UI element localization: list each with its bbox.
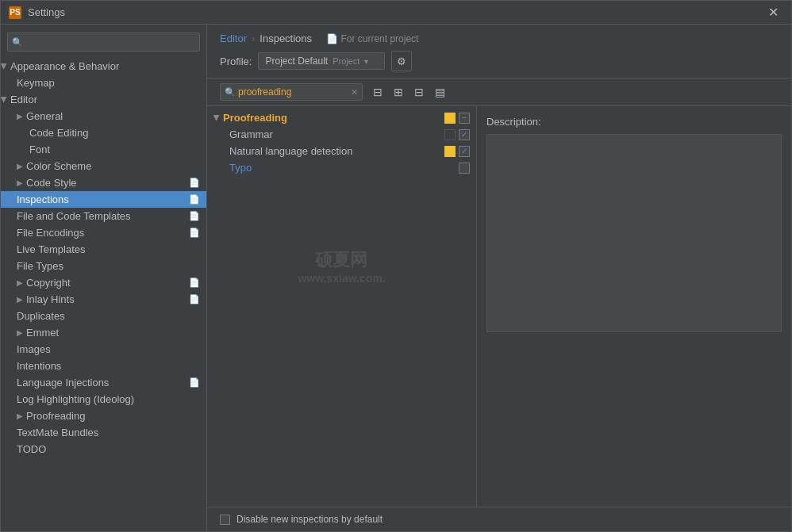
severity-color-box [444,113,456,124]
sidebar-item-language-injections[interactable]: Language Injections 📄 [1,374,206,391]
sidebar-item-images[interactable]: Images [1,341,206,358]
arrow-icon: ▶ [17,112,23,121]
sidebar-item-color-scheme[interactable]: ▶ Color Scheme [1,158,206,174]
dropdown-arrow-icon: ▾ [364,57,368,66]
sidebar-item-label: General [26,110,63,122]
page-icon: 📄 [189,194,200,205]
sidebar-item-intentions[interactable]: Intentions [1,358,206,374]
for-current-project-link[interactable]: 📄 For current project [326,33,418,44]
sidebar-item-label: Inspections [17,193,69,205]
profile-dropdown[interactable]: Project Default Project ▾ [258,52,385,70]
sidebar-item-proofreading[interactable]: ▶ Proofreading [1,408,206,424]
collapse-all-button[interactable]: ⊟ [410,83,428,101]
sidebar-item-label: Keymap [17,77,55,89]
sidebar-search-box[interactable]: 🔍 [7,33,200,52]
sidebar-item-keymap[interactable]: Keymap [1,75,206,91]
sidebar-item-label: Log Highlighting (Ideolog) [17,393,134,405]
disable-inspections-checkbox[interactable] [220,515,230,525]
panel-header: Editor › Inspections 📄 For current proje… [207,25,791,78]
sidebar-item-label: Color Scheme [26,160,91,172]
profile-label: Profile: [220,55,252,67]
tree-item-natural-language[interactable]: Natural language detection [207,143,476,159]
sidebar-item-code-editing[interactable]: Code Editing [1,124,206,141]
arrow-icon: ▶ [17,411,23,420]
clear-search-icon[interactable]: ✕ [351,87,358,98]
sidebar-item-copyright[interactable]: ▶ Copyright 📄 [1,274,206,291]
gear-icon: ⚙ [397,55,406,67]
tree-item-proofreading[interactable]: ▶ Proofreading [207,109,476,126]
arrow-icon: ▶ [1,63,9,70]
expand-all-button[interactable]: ⊞ [390,83,407,101]
toolbar-search-box: 🔍 ✕ [220,83,363,101]
sidebar-item-inspections[interactable]: Inspections 📄 [1,191,206,208]
sidebar-item-appearance[interactable]: ▶ Appearance & Behavior [1,58,206,75]
sidebar-search-input[interactable] [7,33,200,52]
check-box[interactable] [459,163,470,174]
panel-footer: Disable new inspections by default [207,507,791,531]
sidebar-item-file-code-templates[interactable]: File and Code Templates 📄 [1,208,206,224]
arrow-icon: ▶ [17,278,23,287]
description-box [486,134,782,332]
sidebar-item-code-style[interactable]: ▶ Code Style 📄 [1,174,206,191]
sidebar-item-label: TODO [17,443,46,455]
sidebar-item-label: Code Style [26,177,77,189]
title-bar: PS Settings ✕ [1,1,791,25]
sidebar-item-log-highlighting[interactable]: Log Highlighting (Ideolog) [1,391,206,408]
main-panel: Editor › Inspections 📄 For current proje… [207,25,791,531]
tree-item-grammar[interactable]: Grammar [207,126,476,143]
sidebar-item-file-encodings[interactable]: File Encodings 📄 [1,224,206,241]
arrow-icon: ▶ [17,162,23,170]
sidebar-item-label: Inlay Hints [26,293,75,305]
page-icon: 📄 [189,228,200,238]
page-icon: 📄 [189,277,200,288]
description-panel: Description: [477,106,791,507]
sidebar-item-label: Editor [10,94,37,105]
sidebar-item-label: Font [29,144,50,155]
sidebar-item-inlay-hints[interactable]: ▶ Inlay Hints 📄 [1,291,206,308]
sidebar-item-live-templates[interactable]: Live Templates [1,241,206,258]
sidebar-item-editor[interactable]: ▶ Editor [1,91,206,108]
inspections-tree: ▶ Proofreading Grammar Natural language … [207,106,477,507]
tree-item-typo[interactable]: Typo [207,159,476,176]
sort-icon: ▤ [435,86,445,98]
sidebar-item-label: Appearance & Behavior [10,60,119,72]
arrow-icon: ▶ [1,97,9,103]
sidebar-item-file-types[interactable]: File Types [1,258,206,274]
sidebar-item-label: Duplicates [17,310,65,322]
sidebar-item-textmate-bundles[interactable]: TextMate Bundles [1,424,206,441]
severity-color-box [444,146,456,157]
breadcrumb-separator: › [252,33,255,44]
check-box[interactable] [459,129,470,140]
severity-color-box [444,129,456,140]
sidebar-item-general[interactable]: ▶ General [1,108,206,124]
panel-content: ▶ Proofreading Grammar Natural language … [207,106,791,507]
filter-button[interactable]: ⊟ [369,83,386,101]
page-icon: 📄 [189,178,200,188]
sidebar-item-label: Code Editing [29,127,88,139]
gear-button[interactable]: ⚙ [391,51,412,71]
profile-suffix: Project [333,56,359,66]
inspections-search-input[interactable] [220,83,363,101]
page-icon: 📄 [189,294,200,304]
sidebar-item-todo[interactable]: TODO [1,441,206,457]
sidebar-item-font[interactable]: Font [1,141,206,158]
breadcrumb-parent[interactable]: Editor [220,33,247,44]
filter-icon: ⊟ [373,86,383,98]
sidebar-item-label: File Types [17,260,63,272]
sidebar-item-label: Live Templates [17,243,85,255]
footer-label: Disable new inspections by default [236,514,383,525]
sidebar: 🔍 ▶ Appearance & Behavior Keymap ▶ Edito… [1,25,207,531]
close-button[interactable]: ✕ [763,3,783,21]
breadcrumb-current: Inspections [260,33,312,44]
sidebar-item-emmet[interactable]: ▶ Emmet [1,324,206,341]
main-content: 🔍 ▶ Appearance & Behavior Keymap ▶ Edito… [1,25,791,531]
check-box[interactable] [459,146,470,157]
sort-button[interactable]: ▤ [431,83,449,101]
toolbar: 🔍 ✕ ⊟ ⊞ ⊟ ▤ [207,78,791,106]
tree-item-label: Grammar [229,128,441,140]
sidebar-item-label: Emmet [26,327,59,339]
sidebar-item-duplicates[interactable]: Duplicates [1,308,206,324]
check-minus-icon[interactable] [459,113,470,124]
search-icon: 🔍 [12,37,23,48]
sidebar-item-label: Intentions [17,360,61,372]
